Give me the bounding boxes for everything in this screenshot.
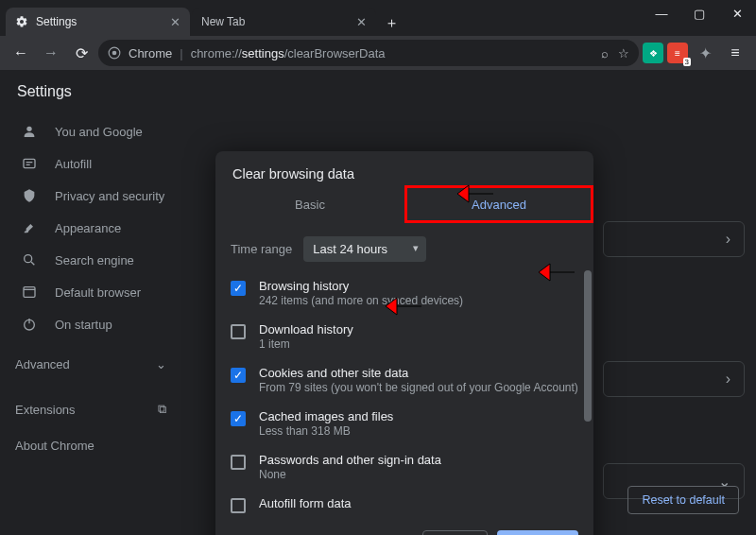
sidebar-advanced-toggle[interactable]: Advanced⌄ xyxy=(0,348,189,380)
sidebar-item-label: Default browser xyxy=(55,285,141,300)
toolbar: ← → ⟳ Chrome | chrome://settings/clearBr… xyxy=(0,36,756,70)
sidebar-item-search-engine[interactable]: Search engine xyxy=(0,244,180,276)
sidebar-item-autofill[interactable]: Autofill xyxy=(0,147,180,180)
extension-1-icon[interactable]: ❖ xyxy=(643,43,663,63)
option-title: Autofill form data xyxy=(259,496,352,510)
tab-basic[interactable]: Basic xyxy=(215,185,404,223)
option-title: Browsing history xyxy=(259,279,463,293)
external-link-icon: ⧉ xyxy=(158,402,166,417)
option-download-history[interactable]: Download history1 item xyxy=(231,315,578,358)
forward-button[interactable]: → xyxy=(38,40,64,66)
extension-3-icon[interactable]: ✦ xyxy=(692,40,718,66)
extension-2-icon[interactable]: ≡3 xyxy=(667,43,688,63)
option-autofill-form-data[interactable]: Autofill form data xyxy=(231,489,578,515)
close-icon[interactable]: ✕ xyxy=(170,15,180,29)
dialog-tabs: Basic Advanced xyxy=(215,185,593,223)
dialog-footer: Cancel Clear data xyxy=(215,519,593,535)
settings-page: Settings You and Google Autofill Privacy… xyxy=(0,70,756,535)
option-cookies[interactable]: ✓ Cookies and other site dataFrom 79 sit… xyxy=(231,358,578,402)
time-range-label: Time range xyxy=(231,242,292,256)
chevron-right-icon: › xyxy=(726,371,730,388)
close-icon[interactable]: ✕ xyxy=(356,15,367,29)
maximize-button[interactable]: ▢ xyxy=(680,0,718,26)
option-subtitle: 1 item xyxy=(259,337,353,351)
search-icon xyxy=(21,252,38,268)
reset-to-default-button[interactable]: Reset to default xyxy=(627,486,739,514)
reading-list-icon[interactable]: ≡ xyxy=(722,40,748,66)
option-subtitle: 242 items (and more on synced devices) xyxy=(259,294,463,307)
sidebar-item-label: You and Google xyxy=(55,125,143,139)
option-title: Cached images and files xyxy=(259,409,393,423)
bookmark-star-icon[interactable]: ☆ xyxy=(618,46,629,60)
tab-title: New Tab xyxy=(201,15,245,28)
browser-icon xyxy=(21,285,38,300)
svg-rect-5 xyxy=(24,287,35,298)
settings-row[interactable]: › xyxy=(603,361,745,397)
scrollbar[interactable] xyxy=(584,270,592,422)
back-button[interactable]: ← xyxy=(8,40,34,66)
new-tab-button[interactable]: ＋ xyxy=(378,9,404,36)
tab-settings[interactable]: Settings ✕ xyxy=(6,8,190,36)
tab-new[interactable]: New Tab ✕ xyxy=(192,8,376,36)
gear-icon xyxy=(15,15,28,28)
minimize-button[interactable]: — xyxy=(643,0,680,26)
annotation-arrow-icon xyxy=(455,181,495,206)
window-controls: — ▢ ✕ xyxy=(643,0,756,26)
address-bar[interactable]: Chrome | chrome://settings/clearBrowserD… xyxy=(98,40,639,66)
autofill-icon xyxy=(21,156,38,171)
shield-icon xyxy=(21,188,38,203)
person-icon xyxy=(21,124,38,139)
checkbox[interactable] xyxy=(231,455,246,470)
annotation-arrow-icon xyxy=(384,294,423,319)
checkbox[interactable] xyxy=(231,498,246,513)
content-panels: › › ⌄ xyxy=(603,221,745,507)
tab-strip: Settings ✕ New Tab ✕ ＋ — ▢ ✕ xyxy=(0,8,756,36)
sidebar-item-label: Appearance xyxy=(55,221,121,235)
option-cached-images[interactable]: ✓ Cached images and filesLess than 318 M… xyxy=(231,402,578,445)
option-title: Download history xyxy=(259,322,353,337)
power-icon xyxy=(21,317,38,332)
tab-advanced[interactable]: Advanced xyxy=(404,185,593,223)
sidebar-item-on-startup[interactable]: On startup xyxy=(0,308,180,340)
chrome-label: Chrome xyxy=(129,46,172,60)
tab-title: Settings xyxy=(36,15,77,28)
sidebar-item-label: Privacy and security xyxy=(55,189,164,203)
cancel-button[interactable]: Cancel xyxy=(422,530,488,535)
annotation-arrow-icon xyxy=(537,260,576,285)
time-range-select[interactable]: Last 24 hours xyxy=(303,236,426,262)
svg-rect-3 xyxy=(24,159,35,167)
option-passwords[interactable]: Passwords and other sign-in dataNone xyxy=(231,445,578,489)
sidebar-item-label: On startup xyxy=(55,318,112,332)
close-button[interactable]: ✕ xyxy=(718,0,756,26)
svg-point-4 xyxy=(25,255,32,263)
option-subtitle: From 79 sites (you won't be signed out o… xyxy=(259,381,578,394)
sidebar-item-label: Advanced xyxy=(15,357,70,371)
sidebar-item-appearance[interactable]: Appearance xyxy=(0,212,180,244)
svg-point-1 xyxy=(112,51,117,56)
svg-point-2 xyxy=(26,127,31,131)
checkbox[interactable] xyxy=(231,324,246,339)
brush-icon xyxy=(21,220,38,235)
clear-browsing-data-dialog: Clear browsing data Basic Advanced Time … xyxy=(215,151,593,535)
checkbox[interactable]: ✓ xyxy=(231,411,246,426)
checkbox[interactable]: ✓ xyxy=(231,281,246,296)
url-text: chrome://settings/clearBrowserData xyxy=(191,46,386,60)
sidebar-item-privacy[interactable]: Privacy and security xyxy=(0,180,180,212)
sidebar-item-you-and-google[interactable]: You and Google xyxy=(0,115,180,147)
option-title: Cookies and other site data xyxy=(259,366,578,380)
sidebar-item-label: Search engine xyxy=(55,253,134,268)
settings-row[interactable]: › xyxy=(603,221,745,257)
reload-button[interactable]: ⟳ xyxy=(68,40,94,66)
clear-data-button[interactable]: Clear data xyxy=(497,530,578,535)
sidebar-item-label: Extensions xyxy=(15,403,76,417)
sidebar-extensions[interactable]: Extensions⧉ xyxy=(0,393,189,425)
chevron-right-icon: › xyxy=(726,231,730,248)
dialog-title: Clear browsing data xyxy=(215,151,593,185)
page-title: Settings xyxy=(17,83,72,100)
sidebar-about-chrome[interactable]: About Chrome xyxy=(0,429,189,461)
search-in-page-icon[interactable]: ⌕ xyxy=(601,46,609,60)
option-subtitle: None xyxy=(259,468,441,481)
checkbox[interactable]: ✓ xyxy=(231,368,246,383)
settings-sidebar: You and Google Autofill Privacy and secu… xyxy=(0,115,189,461)
sidebar-item-default-browser[interactable]: Default browser xyxy=(0,276,180,308)
